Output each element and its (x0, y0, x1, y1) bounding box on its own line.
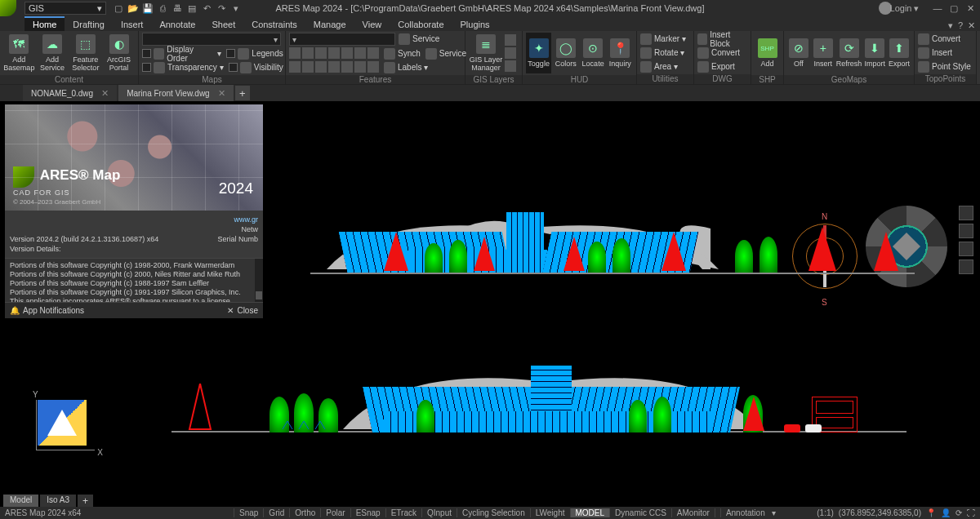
tab-annotate[interactable]: Annotate (151, 18, 203, 31)
tab-home[interactable]: Home (24, 16, 65, 31)
maximize-icon[interactable]: ▢ (947, 2, 960, 15)
dwg-export-button[interactable]: Export (697, 60, 747, 73)
qat-saveas-icon[interactable]: ⎙ (157, 2, 168, 14)
display-order-button[interactable]: Display Order▾ (142, 47, 221, 60)
feature-selector-button[interactable]: ⬚FeatureSelector (70, 33, 102, 73)
status-model[interactable]: MODEL (570, 508, 610, 517)
geomaps-off-button[interactable]: ⊘Off (787, 33, 810, 73)
status-qinput[interactable]: QInput (421, 508, 457, 517)
status-polar[interactable]: Polar (320, 508, 350, 517)
topo-insert-button[interactable]: Insert (918, 47, 971, 59)
login-button[interactable]: Login▾ (879, 2, 923, 15)
scrollbar[interactable] (255, 259, 263, 302)
layout-tab-isoa3[interactable]: Iso A3 (40, 495, 76, 508)
nav-2d-button[interactable] (959, 224, 973, 238)
workspace-combo[interactable]: GIS▾ (24, 2, 106, 15)
document-tab[interactable]: Marina Front View.dwg✕ (118, 85, 234, 101)
panel-shp-title[interactable]: SHP (751, 75, 783, 84)
qat-new-icon[interactable]: ▢ (113, 2, 124, 14)
service-button[interactable]: Service (399, 33, 439, 45)
about-close-button[interactable]: ✕Close (227, 306, 258, 315)
status-dccs[interactable]: Dynamic CCS (609, 508, 671, 517)
hud-locate-button[interactable]: ⊙Locate (581, 33, 606, 73)
marker-button[interactable]: Marker▾ (640, 33, 686, 45)
geomaps-import-button[interactable]: ⬇Import (863, 33, 886, 73)
add-basemap-button[interactable]: 🗺AddBasemap (3, 33, 35, 73)
layer-tool2-icon[interactable] (505, 47, 516, 59)
new-tab-button[interactable]: + (235, 86, 250, 100)
hud-toggle-button[interactable]: ✦Toggle (526, 33, 551, 73)
nav-settings-button[interactable] (959, 260, 973, 274)
tab-sheet[interactable]: Sheet (203, 18, 243, 31)
tab-drafting[interactable]: Drafting (65, 18, 113, 31)
about-credits[interactable]: Portions of this software Copyright (c) … (5, 258, 263, 302)
circle-tool-icon[interactable] (341, 47, 353, 59)
visibility-button[interactable]: Visibility (229, 61, 283, 73)
help-icon[interactable]: ? (958, 20, 963, 31)
tab-insert[interactable]: Insert (113, 18, 152, 31)
about-link[interactable]: www.gr (234, 215, 258, 224)
rotate-tool-icon[interactable] (302, 61, 314, 73)
app-notifications-button[interactable]: 🔔App Notifications (10, 306, 84, 315)
trim-tool-icon[interactable] (341, 61, 353, 73)
tab-close-icon[interactable]: ✕ (218, 88, 225, 99)
service2-button[interactable]: Service (425, 47, 466, 60)
status-scale[interactable]: (1:1) (817, 508, 834, 517)
delete-tool-icon[interactable] (368, 61, 379, 73)
geomaps-export-button[interactable]: ⬆Export (888, 33, 911, 73)
insert-block-button[interactable]: Insert Block (697, 33, 747, 45)
geomaps-refresh-button[interactable]: ⟳Refresh (836, 33, 862, 73)
arcgis-portal-button[interactable]: ◐ArcGISPortal (103, 33, 135, 73)
layout-add-button[interactable]: + (78, 495, 93, 508)
tab-collaborate[interactable]: Collaborate (390, 18, 452, 31)
qat-preview-icon[interactable]: ▤ (186, 2, 198, 14)
status-expand-icon[interactable]: ⛶ (967, 508, 975, 517)
ribbon-collapse-icon[interactable]: ▾ (948, 20, 953, 31)
status-annotation[interactable]: Annotation ▾ (715, 508, 782, 517)
tab-manage[interactable]: Manage (305, 18, 354, 31)
tab-view[interactable]: View (354, 18, 390, 31)
hud-inquiry-button[interactable]: 📍Inquiry (608, 33, 633, 73)
tab-plugins[interactable]: Plugins (452, 18, 498, 31)
geomaps-insert-button[interactable]: +Insert (812, 33, 835, 73)
qat-undo-icon[interactable]: ↶ (201, 2, 212, 14)
status-amonitor[interactable]: AMonitor (671, 508, 715, 517)
transparency-button[interactable]: Transparency▾ (142, 61, 224, 73)
dwg-convert-button[interactable]: Convert (697, 47, 747, 59)
labels-button[interactable]: Labels▾ (384, 61, 428, 73)
minimize-icon[interactable]: — (931, 2, 944, 15)
edit-tool-icon[interactable] (368, 47, 379, 59)
arc-tool-icon[interactable] (354, 47, 366, 59)
topo-convert-button[interactable]: Convert (918, 33, 971, 45)
layout-tab-model[interactable]: Model (3, 495, 38, 508)
panel-maps-title[interactable]: Maps (139, 75, 285, 84)
tab-constraints[interactable]: Constraints (243, 18, 305, 31)
point-tool-icon[interactable] (289, 47, 301, 59)
document-tab[interactable]: NONAME_0.dwg✕ (23, 85, 117, 101)
layer-tool3-icon[interactable] (505, 60, 516, 72)
status-grid[interactable]: Grid (263, 508, 289, 517)
status-snap[interactable]: Snap (234, 508, 263, 517)
qat-print-icon[interactable]: 🖶 (172, 2, 183, 14)
topo-pointstyle-button[interactable]: Point Style (918, 60, 971, 73)
status-lweight[interactable]: LWeight (530, 508, 570, 517)
status-sync-icon[interactable]: ⟳ (956, 508, 962, 517)
tab-close-icon[interactable]: ✕ (101, 88, 109, 99)
extend-tool-icon[interactable] (354, 61, 366, 73)
qat-more-icon[interactable]: ▾ (230, 2, 242, 14)
status-cycling[interactable]: Cycling Selection (457, 508, 530, 517)
panel-features-title[interactable]: Features (286, 75, 465, 84)
area-button[interactable]: Area▾ (640, 60, 686, 73)
move-tool-icon[interactable] (289, 61, 301, 73)
nav-rotate-button[interactable] (959, 242, 973, 256)
gis-layer-manager-button[interactable]: ≣GIS LayerManager (469, 33, 503, 73)
layer-tool1-icon[interactable] (505, 34, 516, 46)
add-service-button[interactable]: ☁AddService (37, 33, 69, 73)
hud-colors-button[interactable]: ◯Colors (553, 33, 578, 73)
line-tool-icon[interactable] (302, 47, 314, 59)
qat-open-icon[interactable]: 📂 (127, 2, 139, 14)
rect-tool-icon[interactable] (328, 47, 340, 59)
status-pin-icon[interactable]: 📍 (926, 508, 936, 517)
status-ortho[interactable]: Ortho (289, 508, 320, 517)
status-esnap[interactable]: ESnap (350, 508, 385, 517)
